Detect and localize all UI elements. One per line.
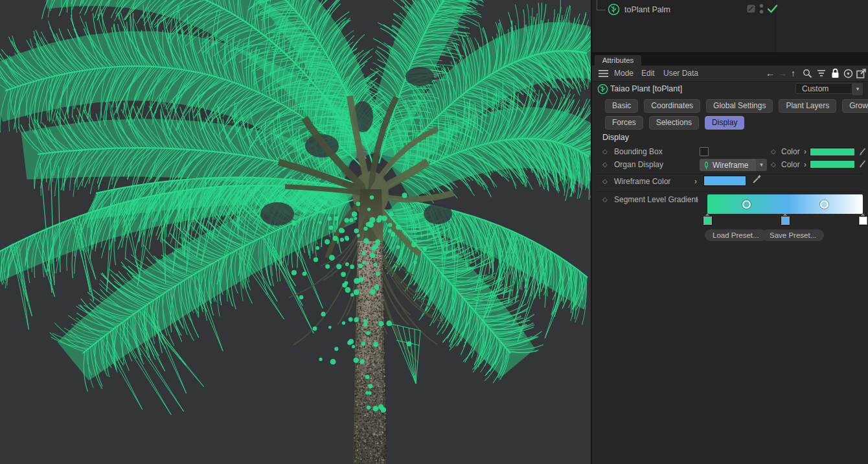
gradient-handle-blue[interactable] <box>781 213 790 226</box>
object-manager: toPlant Palm <box>592 0 868 52</box>
right-panel: toPlant Palm Attributes Mode Edit <box>592 0 868 464</box>
color-expand-chevron[interactable]: › <box>804 147 806 156</box>
parent-up-icon[interactable]: ↑ <box>791 68 795 78</box>
tab-display[interactable]: Display <box>705 116 744 130</box>
object-title-row: Taiao Plant [toPlant] Custom ▾ <box>592 82 868 96</box>
attribute-menu-bar: Mode Edit User Data ← → ↑ <box>592 65 868 82</box>
preset-select-arrow[interactable]: ▾ <box>852 83 863 95</box>
plant-object-icon[interactable] <box>608 3 620 16</box>
popout-icon[interactable] <box>856 69 866 78</box>
diamond-icon[interactable]: ◇ <box>602 178 608 185</box>
attribute-tabs-row2: Forces Selections Display <box>605 116 744 130</box>
organ-display-value: Wireframe <box>710 161 756 170</box>
search-icon[interactable] <box>803 69 812 78</box>
bounding-box-checkbox[interactable] <box>700 147 709 156</box>
tab-growth[interactable]: Growth <box>842 99 868 113</box>
section-title: Display <box>602 133 629 142</box>
gradient-knot[interactable] <box>742 200 751 209</box>
organ-display-color-swatch[interactable] <box>810 160 855 168</box>
diamond-icon[interactable]: ◇ <box>602 148 608 156</box>
object-name[interactable]: toPlant Palm <box>624 5 670 14</box>
gradient-bar[interactable] <box>707 194 863 214</box>
application-window: toPlant Palm Attributes Mode Edit <box>0 0 868 464</box>
label-segment-level-gradient: Segment Level Gradient <box>614 195 698 204</box>
label-bounding-box: Bounding Box <box>614 147 663 156</box>
save-preset-button[interactable]: Save Preset... <box>762 229 824 241</box>
tree-branch-line <box>597 0 606 10</box>
label-wireframe-color: Wireframe Color <box>614 177 670 186</box>
label-organ-display-color: Color <box>781 160 800 169</box>
tab-plant-layers[interactable]: Plant Layers <box>779 99 836 113</box>
plant-title-icon <box>597 84 608 95</box>
row-divider <box>597 174 863 174</box>
tab-coordinates[interactable]: Coordinates <box>644 99 700 113</box>
tab-attributes[interactable]: Attributes <box>595 55 641 66</box>
gradient-handle-track <box>707 213 863 226</box>
diamond-icon[interactable]: ◇ <box>771 161 776 168</box>
label-organ-display: Organ Display <box>614 160 663 169</box>
hamburger-menu-icon[interactable] <box>599 70 608 77</box>
label-bounding-box-color: Color <box>781 147 800 156</box>
edit-pen-icon[interactable] <box>858 159 867 168</box>
tab-forces[interactable]: Forces <box>605 116 643 130</box>
menu-mode[interactable]: Mode <box>614 69 634 78</box>
eyedropper-icon[interactable] <box>751 174 762 185</box>
enabled-check-icon[interactable] <box>767 4 778 14</box>
target-mode-icon[interactable] <box>843 69 853 78</box>
tab-selections[interactable]: Selections <box>649 116 699 130</box>
render-toggle-icon[interactable] <box>747 5 755 13</box>
diamond-icon[interactable]: ◇ <box>771 148 776 156</box>
gradient-knot[interactable] <box>820 200 828 209</box>
diamond-icon[interactable]: ◇ <box>602 196 608 203</box>
object-title: Taiao Plant [toPlant] <box>610 84 682 93</box>
load-preset-button[interactable]: Load Preset... <box>705 229 767 241</box>
panel-tab-strip: Attributes <box>592 52 868 66</box>
wireframe-color-chevron[interactable]: › <box>694 177 697 186</box>
history-back-icon[interactable]: ← <box>766 68 775 78</box>
gradient-handle-green[interactable] <box>703 213 712 226</box>
edit-pen-icon[interactable] <box>858 146 867 156</box>
visibility-dots-icon[interactable] <box>759 3 764 15</box>
row-divider <box>597 191 863 192</box>
tab-global-settings[interactable]: Global Settings <box>706 99 773 113</box>
wireframe-color-swatch[interactable] <box>703 176 746 186</box>
gradient-handle-white[interactable] <box>859 213 867 226</box>
preset-select[interactable]: Custom <box>795 83 852 94</box>
color-expand-chevron[interactable]: › <box>804 160 806 169</box>
diamond-icon[interactable]: ◇ <box>602 161 608 168</box>
organ-display-dropdown[interactable]: Wireframe ▾ <box>700 159 767 171</box>
menu-edit[interactable]: Edit <box>641 69 655 78</box>
tab-basic[interactable]: Basic <box>605 99 638 113</box>
viewport-3d[interactable] <box>0 0 591 464</box>
filter-icon[interactable] <box>817 70 826 78</box>
history-forward-icon[interactable]: → <box>778 68 787 78</box>
object-manager-right-column <box>775 0 868 52</box>
lock-icon[interactable] <box>831 68 839 78</box>
leaf-icon <box>703 161 710 170</box>
dropdown-arrow-icon[interactable]: ▾ <box>756 159 767 171</box>
menu-user-data[interactable]: User Data <box>663 69 698 78</box>
gradient-expand-chevron[interactable]: › <box>696 195 698 204</box>
attribute-tabs-row1: Basic Coordinates Global Settings Plant … <box>605 99 868 113</box>
bounding-box-color-swatch[interactable] <box>810 148 855 156</box>
